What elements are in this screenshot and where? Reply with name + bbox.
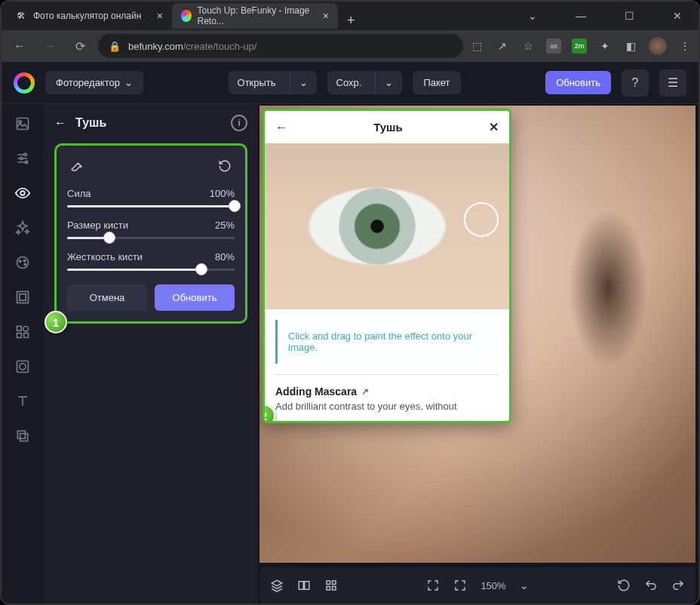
befunky-favicon-icon: b	[181, 10, 192, 22]
batch-button[interactable]: Пакет	[413, 71, 460, 94]
svg-rect-21	[327, 581, 330, 585]
side-panel-icon[interactable]: ◧	[623, 38, 638, 54]
zoom-level[interactable]: 150%	[480, 580, 505, 591]
help-hint: Click and drag to paint the effect onto …	[275, 320, 499, 364]
slider-strength: Сила100%	[67, 188, 235, 207]
menu-icon[interactable]: ⋮	[677, 38, 692, 54]
back-button[interactable]: ←	[54, 116, 66, 130]
history-icon[interactable]	[617, 579, 631, 592]
address-bar[interactable]: 🔒 befunky.com/create/touch-up/	[98, 34, 463, 58]
info-button[interactable]: i	[231, 115, 247, 131]
effects-tool-icon[interactable]	[14, 219, 32, 237]
textures-tool-icon[interactable]	[14, 427, 32, 445]
save-label: Сохр.	[327, 71, 371, 94]
svg-rect-22	[333, 581, 336, 585]
svg-rect-15	[17, 361, 29, 373]
chevron-down-icon[interactable]: ⌄	[517, 10, 548, 22]
layers-icon[interactable]	[270, 579, 284, 592]
svg-point-8	[23, 260, 26, 262]
tool-rail	[2, 104, 44, 605]
canvas[interactable]: ← Тушь ✕ Click and drag to paint the eff…	[259, 106, 695, 563]
hamburger-menu-button[interactable]: ☰	[659, 69, 686, 97]
settings-panel: ← Тушь i Сила100% Размер кисти25%	[44, 104, 258, 605]
grid-icon[interactable]	[324, 579, 338, 592]
extension-icon[interactable]: 2m	[572, 38, 587, 54]
editor-label: Фоторедактор	[56, 77, 120, 88]
apply-button[interactable]: Обновить	[155, 284, 235, 311]
svg-rect-23	[327, 587, 330, 591]
svg-point-7	[19, 260, 21, 263]
close-window-button[interactable]: ✕	[662, 10, 692, 22]
new-tab-button[interactable]: +	[338, 13, 364, 29]
zoom-bar: 150% ⌄	[259, 567, 695, 603]
svg-point-3	[20, 157, 23, 159]
annotation-badge-1: 1	[45, 311, 67, 333]
bookmark-icon[interactable]: ☆	[520, 38, 536, 54]
maximize-button[interactable]: ☐	[614, 10, 644, 22]
image-tool-icon[interactable]	[14, 115, 32, 133]
panel-title: Тушь	[75, 116, 106, 130]
forward-button[interactable]: →	[38, 34, 62, 58]
help-close-button[interactable]: ✕	[489, 120, 499, 134]
svg-point-13	[23, 327, 29, 332]
lastfm-icon[interactable]: as	[546, 38, 561, 54]
svg-point-9	[24, 263, 26, 266]
frames-tool-icon[interactable]	[14, 288, 32, 306]
overlays-tool-icon[interactable]	[14, 358, 32, 376]
svg-point-16	[20, 364, 26, 370]
fit-screen-icon[interactable]	[453, 579, 467, 592]
chevron-down-icon: ⌄	[124, 77, 133, 88]
upgrade-button[interactable]: Обновить	[545, 71, 611, 94]
chevron-down-icon[interactable]: ⌄	[520, 579, 529, 591]
eraser-button[interactable]	[67, 156, 87, 176]
close-icon[interactable]: ×	[323, 10, 329, 22]
help-link-title[interactable]: Adding Mascara	[275, 385, 357, 398]
share-icon[interactable]: ↗	[495, 38, 510, 54]
compare-icon[interactable]	[297, 579, 311, 592]
install-icon[interactable]: ⬚	[469, 38, 484, 54]
befunky-logo-icon[interactable]	[14, 72, 35, 94]
browser-tab[interactable]: b Touch Up: BeFunky - Image Reto... ×	[172, 3, 338, 29]
controls-box: Сила100% Размер кисти25% Жесткость кисти…	[54, 143, 247, 324]
help-button[interactable]: ?	[622, 69, 649, 97]
close-icon[interactable]: ×	[157, 10, 163, 22]
cancel-button[interactable]: Отмена	[67, 284, 147, 311]
slider-brush-size: Размер кисти25%	[67, 220, 235, 239]
extensions-icon[interactable]: ✦	[597, 38, 612, 54]
back-button[interactable]: ←	[8, 34, 32, 58]
svg-point-6	[17, 257, 29, 269]
svg-rect-12	[17, 327, 22, 331]
touchup-tool-icon[interactable]	[14, 184, 32, 202]
external-link-icon[interactable]: ↗	[361, 386, 369, 397]
open-button[interactable]: Открыть ⌄	[229, 71, 317, 94]
redo-button[interactable]	[671, 579, 685, 592]
slider-label: Сила	[67, 188, 91, 199]
text-tool-icon[interactable]	[14, 392, 32, 410]
undo-button[interactable]	[644, 579, 658, 592]
slider-track[interactable]	[67, 269, 235, 271]
save-button[interactable]: Сохр. ⌄	[327, 71, 403, 94]
minimize-button[interactable]: —	[566, 10, 596, 22]
svg-rect-17	[17, 431, 25, 438]
reset-button[interactable]	[215, 156, 235, 176]
chevron-down-icon[interactable]: ⌄	[375, 71, 402, 94]
profile-avatar[interactable]	[649, 37, 667, 55]
reload-button[interactable]: ⟳	[68, 34, 92, 58]
help-preview-image	[265, 143, 509, 309]
editor-dropdown[interactable]: Фоторедактор ⌄	[45, 71, 143, 94]
svg-point-1	[19, 121, 21, 123]
fullscreen-icon[interactable]	[426, 579, 440, 592]
artsy-tool-icon[interactable]	[14, 253, 32, 272]
slider-track[interactable]	[67, 237, 235, 239]
help-back-button[interactable]: ←	[275, 121, 287, 134]
slider-track[interactable]	[67, 205, 235, 207]
chevron-down-icon[interactable]: ⌄	[290, 71, 317, 94]
slider-value: 80%	[215, 251, 235, 263]
sliders-tool-icon[interactable]	[14, 149, 32, 167]
browser-tab[interactable]: 🛠 Фото калькулятор онлайн ×	[6, 3, 172, 29]
lock-icon: 🔒	[109, 41, 121, 52]
slider-label: Размер кисти	[67, 220, 128, 231]
graphics-tool-icon[interactable]	[14, 323, 32, 341]
help-popover: ← Тушь ✕ Click and drag to paint the eff…	[262, 109, 511, 423]
svg-rect-24	[333, 587, 336, 591]
